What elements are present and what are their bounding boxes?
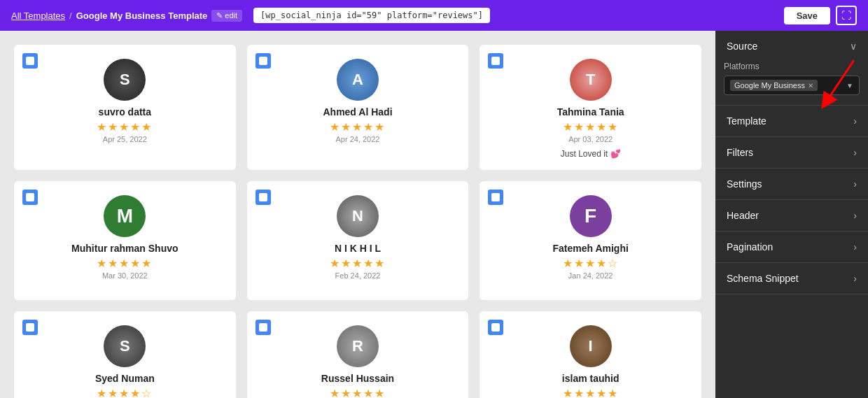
avatar: S xyxy=(104,59,146,101)
avatar: I xyxy=(570,325,612,367)
header-label: Header xyxy=(727,210,759,221)
reviewer-name: islam tauhid xyxy=(562,373,620,384)
reviewer-name: N I K H I L xyxy=(335,243,381,254)
source-chevron-icon: ∨ xyxy=(850,41,857,52)
review-grid: Ssuvro datta★★★★★Apr 25, 2022AAhmed Al H… xyxy=(14,45,701,398)
edit-button[interactable]: ✎ edit xyxy=(211,10,242,22)
avatar-wrapper: R xyxy=(337,325,379,367)
pagination-header[interactable]: Pagination › xyxy=(715,232,868,262)
template-chevron-icon: › xyxy=(853,115,857,127)
star-rating: ★★★★☆ xyxy=(563,257,619,270)
platform-icon xyxy=(255,320,271,335)
avatar-wrapper: T xyxy=(570,59,612,101)
filters-header[interactable]: Filters › xyxy=(715,137,868,168)
avatar: M xyxy=(104,195,146,237)
star-rating: ★★★★★ xyxy=(97,257,153,270)
template-name: Google My Business Template xyxy=(76,10,208,21)
reviewer-name: Russel Hussain xyxy=(321,373,394,384)
fullscreen-icon: ⛶ xyxy=(841,10,851,21)
star-rating: ★★★★☆ xyxy=(97,387,153,398)
source-body: Platforms Google My Business ✕ ▼ xyxy=(715,62,868,105)
platform-icon xyxy=(22,320,38,335)
shortcode-box[interactable]: [wp_social_ninja id="59" platform="revie… xyxy=(253,8,490,23)
review-text: Just Loved it 💕 xyxy=(561,149,621,159)
review-date: Apr 25, 2022 xyxy=(103,135,147,143)
platform-icon xyxy=(488,320,503,335)
star-rating: ★★★★★ xyxy=(330,257,386,270)
settings-header[interactable]: Settings › xyxy=(715,169,868,199)
avatar-wrapper: F xyxy=(570,195,612,237)
header-header[interactable]: Header › xyxy=(715,200,868,231)
review-date: Mar 30, 2022 xyxy=(102,271,148,280)
star-rating: ★★★★★ xyxy=(563,387,619,398)
avatar: F xyxy=(570,195,612,237)
review-date: Jan 24, 2022 xyxy=(568,271,613,280)
review-card: TTahmina Tania★★★★★Apr 03, 2022Just Love… xyxy=(479,45,701,170)
sidebar-section-source: Source ∨ Platforms Google My Business ✕ … xyxy=(715,31,868,106)
review-card: Ssuvro datta★★★★★Apr 25, 2022 xyxy=(14,45,236,170)
reviewer-name: Fatemeh Amighi xyxy=(552,243,628,254)
save-button[interactable]: Save xyxy=(784,7,830,24)
settings-label: Settings xyxy=(727,178,762,190)
topbar-right: Save ⛶ xyxy=(784,6,857,25)
schema-header[interactable]: Schema Snippet › xyxy=(715,263,868,294)
sidebar: Source ∨ Platforms Google My Business ✕ … xyxy=(715,31,868,398)
star-rating: ★★★★★ xyxy=(330,387,386,398)
avatar: A xyxy=(337,59,379,101)
fullscreen-button[interactable]: ⛶ xyxy=(836,6,857,25)
review-date: Feb 24, 2022 xyxy=(335,271,381,280)
settings-chevron-icon: › xyxy=(853,178,857,190)
sidebar-section-header-item: Header › xyxy=(715,200,868,232)
avatar-wrapper: M xyxy=(104,195,146,237)
review-card: MMuhitur rahman Shuvo★★★★★Mar 30, 2022 xyxy=(14,181,236,300)
filters-label: Filters xyxy=(727,147,753,158)
breadcrumb-separator: / xyxy=(69,10,72,21)
sidebar-section-schema: Schema Snippet › xyxy=(715,263,868,294)
review-card: SSyed Numan★★★★☆Nov 26, 2021😍 xyxy=(14,311,236,398)
platform-tag: Google My Business ✕ xyxy=(730,80,818,91)
reviewer-name: Tahmina Tania xyxy=(557,106,624,118)
pagination-chevron-icon: › xyxy=(853,241,857,253)
sidebar-section-template: Template › xyxy=(715,106,868,137)
review-date: Apr 24, 2022 xyxy=(335,135,379,143)
review-date: Apr 03, 2022 xyxy=(568,135,612,143)
source-header[interactable]: Source ∨ xyxy=(715,31,868,62)
reviewer-name: Muhitur rahman Shuvo xyxy=(71,243,178,254)
main-layout: Ssuvro datta★★★★★Apr 25, 2022AAhmed Al H… xyxy=(0,31,868,398)
avatar: S xyxy=(104,325,146,367)
star-rating: ★★★★★ xyxy=(330,120,386,134)
reviewer-name: Ahmed Al Hadi xyxy=(323,106,392,118)
schema-chevron-icon: › xyxy=(853,273,857,284)
platform-value: Google My Business xyxy=(734,81,805,90)
avatar: R xyxy=(337,325,379,367)
platforms-label: Platforms xyxy=(724,62,860,71)
platform-icon xyxy=(488,190,503,205)
reviewer-name: suvro datta xyxy=(99,106,151,118)
review-card: AAhmed Al Hadi★★★★★Apr 24, 2022 xyxy=(247,45,469,170)
avatar-wrapper: S xyxy=(104,59,146,101)
star-rating: ★★★★★ xyxy=(563,120,619,134)
reviewer-name: Syed Numan xyxy=(95,373,155,384)
avatar-wrapper: S xyxy=(104,325,146,367)
filters-chevron-icon: › xyxy=(853,147,857,158)
template-header[interactable]: Template › xyxy=(715,106,868,136)
review-card: FFatemeh Amighi★★★★☆Jan 24, 2022 xyxy=(479,181,701,300)
template-label: Template xyxy=(727,115,766,127)
sidebar-section-filters: Filters › xyxy=(715,137,868,169)
select-chevron-icon: ▼ xyxy=(846,82,853,90)
all-templates-link[interactable]: All Templates xyxy=(11,10,65,21)
avatar-wrapper: I xyxy=(570,325,612,367)
platform-icon xyxy=(255,53,271,69)
platform-icon xyxy=(22,53,38,69)
avatar-wrapper: N xyxy=(337,195,379,237)
avatar-wrapper: A xyxy=(337,59,379,101)
avatar: N xyxy=(337,195,379,237)
header-chevron-icon: › xyxy=(853,210,857,221)
sidebar-section-pagination: Pagination › xyxy=(715,232,868,263)
review-card: NN I K H I L★★★★★Feb 24, 2022 xyxy=(247,181,469,300)
source-label: Source xyxy=(727,41,757,52)
remove-platform-icon[interactable]: ✕ xyxy=(808,82,813,90)
platform-select[interactable]: Google My Business ✕ ▼ xyxy=(724,76,860,95)
star-rating: ★★★★★ xyxy=(97,120,153,134)
review-card: RRussel Hussain★★★★★Nov 10, 2021 xyxy=(247,311,469,398)
